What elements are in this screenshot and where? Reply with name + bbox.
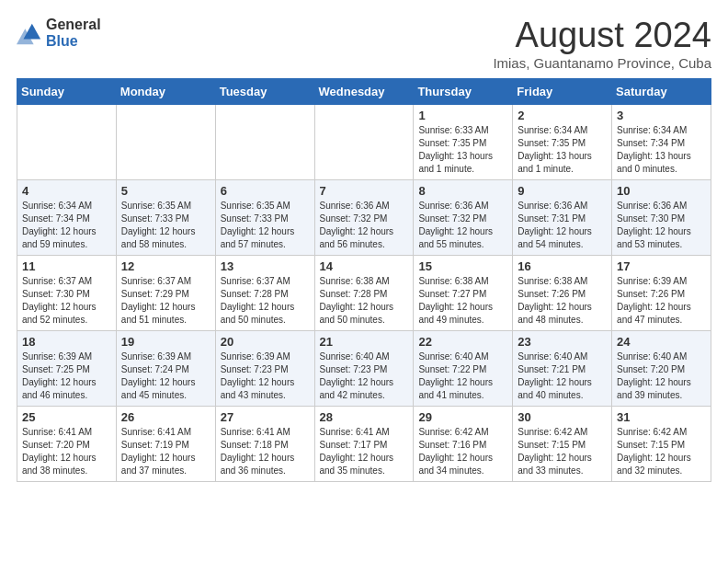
col-thursday: Thursday xyxy=(414,78,513,104)
table-row: 19Sunrise: 6:39 AM Sunset: 7:24 PM Dayli… xyxy=(116,330,215,406)
table-row: 15Sunrise: 6:38 AM Sunset: 7:27 PM Dayli… xyxy=(414,255,513,330)
day-number: 18 xyxy=(22,335,111,349)
day-info: Sunrise: 6:40 AM Sunset: 7:22 PM Dayligh… xyxy=(418,350,507,402)
day-info: Sunrise: 6:41 AM Sunset: 7:18 PM Dayligh… xyxy=(221,426,310,477)
day-info: Sunrise: 6:34 AM Sunset: 7:35 PM Dayligh… xyxy=(518,124,607,176)
day-number: 7 xyxy=(320,184,409,198)
logo-text: General Blue xyxy=(46,17,101,49)
day-info: Sunrise: 6:37 AM Sunset: 7:30 PM Dayligh… xyxy=(22,275,111,327)
day-info: Sunrise: 6:40 AM Sunset: 7:23 PM Dayligh… xyxy=(320,350,409,402)
table-row: 7Sunrise: 6:36 AM Sunset: 7:32 PM Daylig… xyxy=(314,179,414,255)
table-row: 31Sunrise: 6:42 AM Sunset: 7:15 PM Dayli… xyxy=(612,406,711,481)
day-info: Sunrise: 6:37 AM Sunset: 7:29 PM Dayligh… xyxy=(121,275,210,327)
page: General Blue August 2024 Imias, Guantana… xyxy=(0,0,728,491)
logo-icon xyxy=(17,20,42,46)
table-row: 29Sunrise: 6:42 AM Sunset: 7:16 PM Dayli… xyxy=(414,406,513,481)
day-info: Sunrise: 6:40 AM Sunset: 7:21 PM Dayligh… xyxy=(518,350,607,402)
day-info: Sunrise: 6:40 AM Sunset: 7:20 PM Dayligh… xyxy=(617,350,706,402)
col-monday: Monday xyxy=(116,78,215,104)
day-number: 29 xyxy=(418,410,507,424)
col-sunday: Sunday xyxy=(17,78,117,104)
day-number: 19 xyxy=(121,335,210,349)
day-info: Sunrise: 6:36 AM Sunset: 7:32 PM Dayligh… xyxy=(418,200,507,251)
day-number: 28 xyxy=(320,410,409,424)
day-number: 1 xyxy=(418,109,507,122)
day-info: Sunrise: 6:37 AM Sunset: 7:28 PM Dayligh… xyxy=(221,275,310,327)
day-info: Sunrise: 6:39 AM Sunset: 7:24 PM Dayligh… xyxy=(121,350,210,402)
day-number: 3 xyxy=(617,109,706,122)
day-info: Sunrise: 6:38 AM Sunset: 7:26 PM Dayligh… xyxy=(518,275,607,327)
day-info: Sunrise: 6:42 AM Sunset: 7:16 PM Dayligh… xyxy=(418,426,507,477)
table-row: 13Sunrise: 6:37 AM Sunset: 7:28 PM Dayli… xyxy=(215,255,314,330)
day-info: Sunrise: 6:38 AM Sunset: 7:28 PM Dayligh… xyxy=(320,275,409,327)
calendar-week-row: 4Sunrise: 6:34 AM Sunset: 7:34 PM Daylig… xyxy=(17,179,711,255)
table-row: 3Sunrise: 6:34 AM Sunset: 7:34 PM Daylig… xyxy=(612,104,711,179)
day-info: Sunrise: 6:33 AM Sunset: 7:35 PM Dayligh… xyxy=(418,124,507,176)
day-info: Sunrise: 6:35 AM Sunset: 7:33 PM Dayligh… xyxy=(121,200,210,251)
calendar-header-row: Sunday Monday Tuesday Wednesday Thursday… xyxy=(17,78,711,104)
table-row: 6Sunrise: 6:35 AM Sunset: 7:33 PM Daylig… xyxy=(215,179,314,255)
col-friday: Friday xyxy=(513,78,612,104)
day-number: 13 xyxy=(221,259,310,273)
day-number: 12 xyxy=(121,259,210,273)
table-row: 14Sunrise: 6:38 AM Sunset: 7:28 PM Dayli… xyxy=(314,255,414,330)
day-info: Sunrise: 6:34 AM Sunset: 7:34 PM Dayligh… xyxy=(22,200,111,251)
day-info: Sunrise: 6:42 AM Sunset: 7:15 PM Dayligh… xyxy=(617,426,706,477)
day-info: Sunrise: 6:41 AM Sunset: 7:20 PM Dayligh… xyxy=(22,426,111,477)
table-row: 16Sunrise: 6:38 AM Sunset: 7:26 PM Dayli… xyxy=(513,255,612,330)
table-row: 27Sunrise: 6:41 AM Sunset: 7:18 PM Dayli… xyxy=(215,406,314,481)
table-row: 20Sunrise: 6:39 AM Sunset: 7:23 PM Dayli… xyxy=(215,330,314,406)
day-number: 4 xyxy=(22,184,111,198)
col-wednesday: Wednesday xyxy=(314,78,414,104)
day-info: Sunrise: 6:39 AM Sunset: 7:25 PM Dayligh… xyxy=(22,350,111,402)
logo-blue-text: Blue xyxy=(46,33,101,50)
day-number: 6 xyxy=(221,184,310,198)
title-block: August 2024 Imias, Guantanamo Province, … xyxy=(493,17,711,71)
day-info: Sunrise: 6:34 AM Sunset: 7:34 PM Dayligh… xyxy=(617,124,706,176)
day-info: Sunrise: 6:36 AM Sunset: 7:31 PM Dayligh… xyxy=(518,200,607,251)
table-row: 23Sunrise: 6:40 AM Sunset: 7:21 PM Dayli… xyxy=(513,330,612,406)
table-row: 30Sunrise: 6:42 AM Sunset: 7:15 PM Dayli… xyxy=(513,406,612,481)
table-row: 9Sunrise: 6:36 AM Sunset: 7:31 PM Daylig… xyxy=(513,179,612,255)
table-row: 17Sunrise: 6:39 AM Sunset: 7:26 PM Dayli… xyxy=(612,255,711,330)
col-tuesday: Tuesday xyxy=(215,78,314,104)
day-info: Sunrise: 6:41 AM Sunset: 7:17 PM Dayligh… xyxy=(320,426,409,477)
table-row: 21Sunrise: 6:40 AM Sunset: 7:23 PM Dayli… xyxy=(314,330,414,406)
day-info: Sunrise: 6:36 AM Sunset: 7:32 PM Dayligh… xyxy=(320,200,409,251)
day-info: Sunrise: 6:38 AM Sunset: 7:27 PM Dayligh… xyxy=(418,275,507,327)
table-row xyxy=(116,104,215,179)
day-info: Sunrise: 6:41 AM Sunset: 7:19 PM Dayligh… xyxy=(121,426,210,477)
table-row xyxy=(215,104,314,179)
col-saturday: Saturday xyxy=(612,78,711,104)
calendar-table: Sunday Monday Tuesday Wednesday Thursday… xyxy=(17,78,711,482)
table-row: 1Sunrise: 6:33 AM Sunset: 7:35 PM Daylig… xyxy=(414,104,513,179)
table-row: 18Sunrise: 6:39 AM Sunset: 7:25 PM Dayli… xyxy=(17,330,117,406)
day-number: 26 xyxy=(121,410,210,424)
day-number: 9 xyxy=(518,184,607,198)
day-number: 10 xyxy=(617,184,706,198)
table-row: 22Sunrise: 6:40 AM Sunset: 7:22 PM Dayli… xyxy=(414,330,513,406)
location-subtitle: Imias, Guantanamo Province, Cuba xyxy=(493,55,711,71)
calendar-week-row: 11Sunrise: 6:37 AM Sunset: 7:30 PM Dayli… xyxy=(17,255,711,330)
table-row: 12Sunrise: 6:37 AM Sunset: 7:29 PM Dayli… xyxy=(116,255,215,330)
day-number: 23 xyxy=(518,335,607,349)
table-row: 28Sunrise: 6:41 AM Sunset: 7:17 PM Dayli… xyxy=(314,406,414,481)
day-number: 11 xyxy=(22,259,111,273)
table-row: 10Sunrise: 6:36 AM Sunset: 7:30 PM Dayli… xyxy=(612,179,711,255)
logo: General Blue xyxy=(17,17,101,49)
day-number: 30 xyxy=(518,410,607,424)
calendar-week-row: 18Sunrise: 6:39 AM Sunset: 7:25 PM Dayli… xyxy=(17,330,711,406)
table-row: 4Sunrise: 6:34 AM Sunset: 7:34 PM Daylig… xyxy=(17,179,117,255)
calendar-week-row: 1Sunrise: 6:33 AM Sunset: 7:35 PM Daylig… xyxy=(17,104,711,179)
logo-general-text: General xyxy=(46,17,101,33)
table-row xyxy=(314,104,414,179)
day-number: 15 xyxy=(418,259,507,273)
day-number: 27 xyxy=(221,410,310,424)
day-info: Sunrise: 6:39 AM Sunset: 7:23 PM Dayligh… xyxy=(221,350,310,402)
calendar-week-row: 25Sunrise: 6:41 AM Sunset: 7:20 PM Dayli… xyxy=(17,406,711,481)
table-row: 8Sunrise: 6:36 AM Sunset: 7:32 PM Daylig… xyxy=(414,179,513,255)
day-number: 5 xyxy=(121,184,210,198)
day-info: Sunrise: 6:36 AM Sunset: 7:30 PM Dayligh… xyxy=(617,200,706,251)
day-info: Sunrise: 6:42 AM Sunset: 7:15 PM Dayligh… xyxy=(518,426,607,477)
day-number: 16 xyxy=(518,259,607,273)
